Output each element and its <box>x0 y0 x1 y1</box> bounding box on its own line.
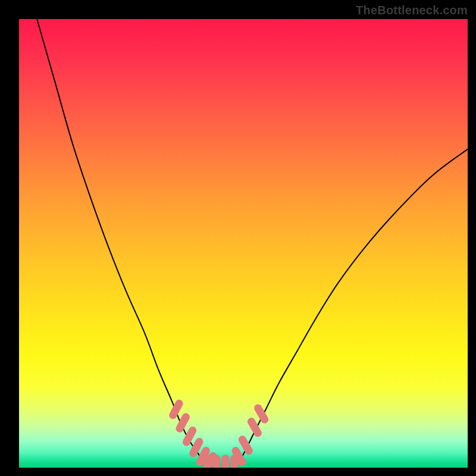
tick-mark <box>180 417 186 428</box>
tick-mark <box>193 441 199 453</box>
right-branch-curve <box>234 149 468 468</box>
left-branch-curve <box>37 19 208 468</box>
curve-layer <box>19 19 468 468</box>
tick-mark <box>251 422 258 433</box>
ticks-right-branch <box>236 408 265 462</box>
tick-mark <box>242 440 249 451</box>
tick-mark <box>186 431 192 442</box>
tick-mark <box>258 408 265 419</box>
tick-mark <box>173 403 179 415</box>
chart-stage: TheBottleneck.com <box>0 0 476 476</box>
plot-area <box>19 19 468 468</box>
watermark-text: TheBottleneck.com <box>356 4 468 17</box>
